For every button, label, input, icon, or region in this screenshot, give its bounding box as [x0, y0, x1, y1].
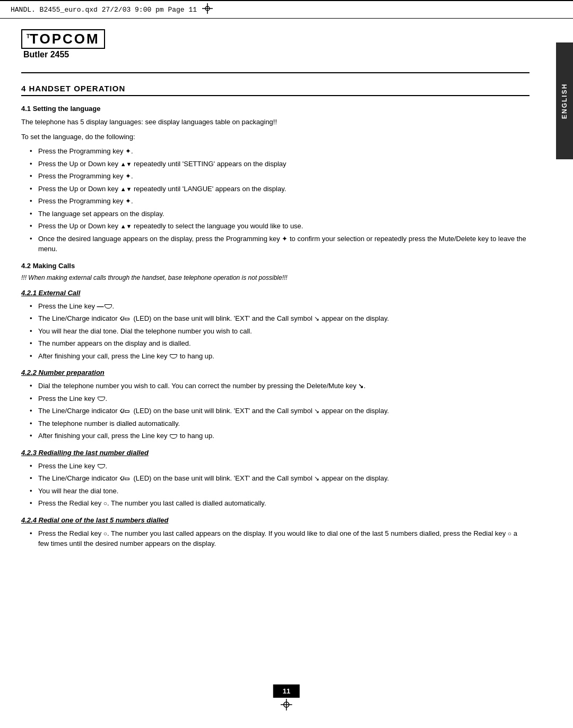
section-4-2-2-title: 4.2.2 Number preparation — [21, 369, 529, 376]
section-4-2-4-title: 4.2.4 Redial one of the last 5 numbers d… — [21, 516, 529, 524]
page-number: 11 — [283, 687, 290, 695]
list-item: Press the Redial key ○. The number you l… — [30, 528, 529, 549]
list-item: Press the Up or Down key ▲▼ repeatedly u… — [30, 184, 529, 194]
section-4-1-instructions-intro: To set the language, do the following: — [21, 132, 529, 142]
list-item: Once the desired language appears on the… — [30, 234, 529, 254]
section-4-2: 4.2 Making Calls !!! When making externa… — [21, 262, 529, 549]
section-4-2-1: 4.2.1 External Call Press the Line key ―… — [21, 289, 529, 362]
section-4-2-1-title: 4.2.1 External Call — [21, 289, 529, 297]
section-4-2-note: !!! When making external calls through t… — [21, 274, 529, 281]
logo-section: TTOPCOM Butler 2455 — [21, 29, 529, 59]
section-4-2-3: 4.2.3 Redialling the last number dialled… — [21, 449, 529, 509]
list-item: Press the Line key . — [30, 393, 529, 404]
list-item: Dial the telephone number you wish to ca… — [30, 381, 529, 391]
main-content: TTOPCOM Butler 2455 4 HANDSET OPERATION … — [0, 19, 556, 575]
list-item: Press the Programming key ✦. — [30, 146, 529, 157]
list-item: The language set appears on the display. — [30, 209, 529, 219]
section-4-2-1-bullets: Press the Line key ―. The Line/Charge in… — [21, 301, 529, 362]
section-4-2-3-bullets: Press the Line key . The Line/Charge ind… — [21, 461, 529, 509]
list-item: After finishing your call, press the Lin… — [30, 431, 529, 441]
page-number-box: 11 — [273, 684, 300, 698]
section-4-2-title: 4.2 Making Calls — [21, 262, 529, 270]
list-item: The number appears on the display and is… — [30, 338, 529, 349]
list-item: Press the Programming key ✦. — [30, 196, 529, 207]
list-item: Press the Line key . — [30, 461, 529, 472]
section-4-2-3-title: 4.2.3 Redialling the last number dialled — [21, 449, 529, 457]
header-bar: HANDL. B2455_euro.qxd 27/2/03 9:00 pm Pa… — [0, 0, 573, 19]
list-item: The Line/Charge indicator ☇/▭ (LED) on t… — [30, 313, 529, 324]
list-item: The Line/Charge indicator ☇/▭ (LED) on t… — [30, 473, 529, 484]
list-item: Press the Redial key ○. The number you l… — [30, 498, 529, 509]
list-item: You will hear the dial tone. — [30, 486, 529, 496]
list-item: Press the Programming key ✦. — [30, 171, 529, 182]
list-item: The telephone number is dialled automati… — [30, 418, 529, 429]
section-4-2-4-bullets: Press the Redial key ○. The number you l… — [21, 528, 529, 549]
list-item: The Line/Charge indicator ☇/▭ (LED) on t… — [30, 406, 529, 416]
list-item: Press the Up or Down key ▲▼ repeatedly t… — [30, 221, 529, 232]
list-item: After finishing your call, press the Lin… — [30, 351, 529, 362]
section-4-2-2: 4.2.2 Number preparation Dial the teleph… — [21, 369, 529, 441]
page-container: HANDL. B2455_euro.qxd 27/2/03 9:00 pm Pa… — [0, 0, 573, 728]
section-4-2-4: 4.2.4 Redial one of the last 5 numbers d… — [21, 516, 529, 549]
page-number-section: 11 — [273, 684, 300, 712]
list-item: You will hear the dial tone. Dial the te… — [30, 326, 529, 337]
list-item: Press the Up or Down key ▲▼ repeatedly u… — [30, 159, 529, 169]
header-crosshair-icon — [202, 3, 213, 16]
section-4-1-bullets: Press the Programming key ✦. Press the U… — [21, 146, 529, 254]
section-4-1-intro: The telephone has 5 display languages: s… — [21, 117, 529, 127]
bottom-crosshair-icon — [281, 699, 292, 712]
sidebar-english-label: ENGLISH — [556, 42, 573, 159]
section-4-1: 4.1 Setting the language The telephone h… — [21, 105, 529, 254]
header-text: HANDL. B2455_euro.qxd 27/2/03 9:00 pm Pa… — [11, 6, 197, 14]
product-name: Butler 2455 — [23, 50, 529, 59]
topcom-logo: TTOPCOM — [21, 29, 105, 49]
section-4-1-title: 4.1 Setting the language — [21, 105, 529, 113]
list-item: Press the Line key ―. — [30, 301, 529, 312]
section4-title: 4 HANDSET OPERATION — [21, 72, 529, 96]
section-4-2-2-bullets: Dial the telephone number you wish to ca… — [21, 381, 529, 441]
